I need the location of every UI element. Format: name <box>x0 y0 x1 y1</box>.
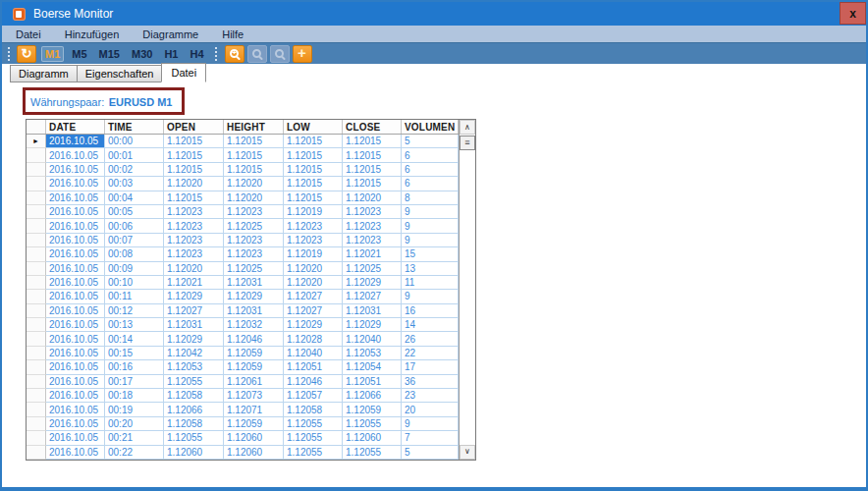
cell-height[interactable]: 1.12020 <box>224 191 284 205</box>
cell-close[interactable]: 1.12054 <box>343 360 402 374</box>
cell-height[interactable]: 1.12025 <box>224 219 284 233</box>
table-row[interactable]: ► 2016.10.05 00:14 1.12029 1.12046 1.120… <box>27 332 459 346</box>
cell-time[interactable]: 00:16 <box>105 360 164 374</box>
cell-open[interactable]: 1.12058 <box>164 417 224 431</box>
table-row[interactable]: ► 2016.10.05 00:16 1.12053 1.12059 1.120… <box>27 360 459 374</box>
cell-time[interactable]: 00:20 <box>105 417 164 431</box>
cell-date[interactable]: 2016.10.05 <box>46 135 105 148</box>
scrollbar-thumb[interactable]: ≡ <box>460 136 475 150</box>
cell-time[interactable]: 00:17 <box>105 375 164 389</box>
cell-close[interactable]: 1.12023 <box>343 205 402 219</box>
cell-volumen[interactable]: 6 <box>402 163 459 177</box>
column-header[interactable]: DATE <box>46 120 105 134</box>
cell-height[interactable]: 1.12059 <box>224 347 284 360</box>
scrollbar-track[interactable] <box>460 150 475 445</box>
cell-height[interactable]: 1.12029 <box>224 290 284 303</box>
cell-height[interactable]: 1.12025 <box>224 262 284 276</box>
table-row[interactable]: ► 2016.10.05 00:17 1.12055 1.12061 1.120… <box>27 375 459 389</box>
cell-open[interactable]: 1.12031 <box>164 318 224 332</box>
table-row[interactable]: ► 2016.10.05 00:06 1.12023 1.12025 1.120… <box>27 219 459 233</box>
cell-low[interactable]: 1.12020 <box>284 276 343 290</box>
cell-time[interactable]: 00:15 <box>105 347 164 360</box>
cell-height[interactable]: 1.12061 <box>224 375 284 389</box>
cell-date[interactable]: 2016.10.05 <box>46 290 105 303</box>
cell-date[interactable]: 2016.10.05 <box>46 219 105 233</box>
table-row[interactable]: ► 2016.10.05 00:15 1.12042 1.12059 1.120… <box>27 347 459 360</box>
row-header-cell[interactable]: ► <box>27 135 46 148</box>
cell-open[interactable]: 1.12015 <box>164 191 224 205</box>
vertical-scrollbar[interactable]: ∧ ≡ ∨ <box>459 120 475 460</box>
cell-height[interactable]: 1.12015 <box>224 135 284 148</box>
cell-date[interactable]: 2016.10.05 <box>46 276 105 290</box>
row-header-cell[interactable]: ► <box>27 177 46 191</box>
cell-close[interactable]: 1.12015 <box>343 163 402 177</box>
table-row[interactable]: ► 2016.10.05 00:07 1.12023 1.12023 1.120… <box>27 234 459 247</box>
row-header-cell[interactable]: ► <box>27 318 46 332</box>
cell-volumen[interactable]: 6 <box>402 148 459 162</box>
cell-time[interactable]: 00:06 <box>105 219 164 233</box>
cell-height[interactable]: 1.12023 <box>224 205 284 219</box>
row-header-cell[interactable]: ► <box>27 148 46 162</box>
cell-height[interactable]: 1.12073 <box>224 389 284 403</box>
cell-time[interactable]: 00:01 <box>105 148 164 162</box>
cell-low[interactable]: 1.12029 <box>284 318 343 332</box>
menu-item[interactable]: Diagramme <box>142 28 198 40</box>
table-row[interactable]: ► 2016.10.05 00:01 1.12015 1.12015 1.120… <box>27 148 459 162</box>
cell-time[interactable]: 00:09 <box>105 262 164 276</box>
cell-volumen[interactable]: 26 <box>402 332 459 346</box>
cell-date[interactable]: 2016.10.05 <box>46 318 105 332</box>
tab[interactable]: Diagramm <box>10 65 78 82</box>
cell-low[interactable]: 1.12023 <box>284 219 343 233</box>
cell-time[interactable]: 00:13 <box>105 318 164 332</box>
cell-time[interactable]: 00:07 <box>105 234 164 247</box>
row-header-cell[interactable]: ► <box>27 234 46 247</box>
titlebar[interactable]: Boerse Monitor x <box>2 2 866 26</box>
close-button[interactable]: x <box>840 2 866 25</box>
cell-date[interactable]: 2016.10.05 <box>46 360 105 374</box>
cell-date[interactable]: 2016.10.05 <box>46 205 105 219</box>
table-row[interactable]: ► 2016.10.05 00:19 1.12066 1.12071 1.120… <box>27 403 459 416</box>
cell-low[interactable]: 1.12057 <box>284 389 343 403</box>
cell-time[interactable]: 00:19 <box>105 403 164 416</box>
cell-low[interactable]: 1.12027 <box>284 290 343 303</box>
row-header-cell[interactable]: ► <box>27 219 46 233</box>
cell-time[interactable]: 00:05 <box>105 205 164 219</box>
cell-date[interactable]: 2016.10.05 <box>46 191 105 205</box>
cell-open[interactable]: 1.12020 <box>164 177 224 191</box>
cell-volumen[interactable]: 9 <box>402 234 459 247</box>
row-header-cell[interactable]: ► <box>27 389 46 403</box>
cell-time[interactable]: 00:00 <box>105 135 164 148</box>
scroll-down-button[interactable]: ∨ <box>460 445 475 460</box>
column-header[interactable]: LOW <box>284 120 343 134</box>
cell-volumen[interactable]: 9 <box>402 290 459 303</box>
cell-time[interactable]: 00:21 <box>105 431 164 445</box>
cell-low[interactable]: 1.12019 <box>284 205 343 219</box>
cell-open[interactable]: 1.12023 <box>164 205 224 219</box>
cell-low[interactable]: 1.12015 <box>284 135 343 148</box>
cell-close[interactable]: 1.12021 <box>343 247 402 261</box>
row-header-cell[interactable]: ► <box>27 431 46 445</box>
row-header-cell[interactable]: ► <box>27 332 46 346</box>
row-header-cell[interactable]: ► <box>27 360 46 374</box>
table-row[interactable]: ► 2016.10.05 00:02 1.12015 1.12015 1.120… <box>27 163 459 177</box>
cell-close[interactable]: 1.12029 <box>343 318 402 332</box>
table-row[interactable]: ► 2016.10.05 00:05 1.12023 1.12023 1.120… <box>27 205 459 219</box>
column-header[interactable]: HEIGHT <box>224 120 284 134</box>
cell-open[interactable]: 1.12015 <box>164 135 224 148</box>
cell-close[interactable]: 1.12023 <box>343 234 402 247</box>
cell-close[interactable]: 1.12055 <box>343 446 402 460</box>
cell-date[interactable]: 2016.10.05 <box>46 431 105 445</box>
cell-height[interactable]: 1.12020 <box>224 177 284 191</box>
table-row[interactable]: ► 2016.10.05 00:09 1.12020 1.12025 1.120… <box>27 262 459 276</box>
cell-low[interactable]: 1.12015 <box>284 148 343 162</box>
table-row[interactable]: ► 2016.10.05 00:08 1.12023 1.12023 1.120… <box>27 247 459 261</box>
table-row[interactable]: ► 2016.10.05 00:03 1.12020 1.12020 1.120… <box>27 177 459 191</box>
cell-low[interactable]: 1.12055 <box>284 446 343 460</box>
table-row[interactable]: ► 2016.10.05 00:20 1.12058 1.12059 1.120… <box>27 417 459 431</box>
row-header-cell[interactable]: ► <box>27 191 46 205</box>
cell-date[interactable]: 2016.10.05 <box>46 262 105 276</box>
cell-low[interactable]: 1.12015 <box>284 191 343 205</box>
cell-volumen[interactable]: 17 <box>402 360 459 374</box>
row-header-cell[interactable]: ► <box>27 262 46 276</box>
cell-date[interactable]: 2016.10.05 <box>46 446 105 460</box>
